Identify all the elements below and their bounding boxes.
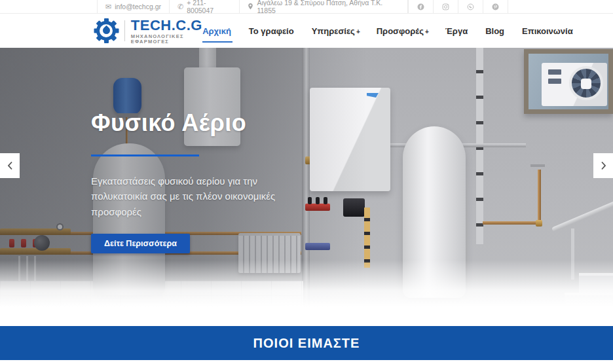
topbar-social-group [408,0,508,13]
vent-slot-graphic [548,79,561,84]
viber-icon[interactable] [458,0,483,13]
main-nav: Αρχική Το γραφείο Υπηρεσίες+ Προσφορές+ … [202,22,574,40]
nav-item-office[interactable]: Το γραφείο [249,22,295,40]
see-more-button[interactable]: Δείτε Περισσότερα [91,234,190,253]
site-header: TECH.C.G ΜΗΧΑΝΟΛΟΓΙΚΕΣ ΕΦΑΡΜΟΓΕΣ Αρχική … [0,14,613,48]
logo-divider [124,20,125,41]
pinterest-icon[interactable] [483,0,508,13]
chevron-left-icon [7,161,13,170]
nav-item-contact[interactable]: Επικοινωνία [522,22,574,40]
logo-text: TECH.C.G ΜΗΧΑΝΟΛΟΓΙΚΕΣ ΕΦΑΡΜΟΓΕΣ [131,18,202,45]
who-we-are-band: ΠΟΙΟΙ ΕΙΜΑΣΤΕ [0,326,613,360]
instagram-icon[interactable] [433,0,458,13]
horizontal-copper-pipe-graphic [483,221,541,225]
section-gap [0,311,613,326]
email-icon: ✉ [105,3,111,10]
heat-pump-unit-graphic [542,63,607,106]
vertical-copper-pipe-graphic [538,170,541,225]
slide-title: Φυσικό Αέριο [91,109,301,137]
topbar-contact-group: ✉ info@techcg.gr ✆ + 211-8005047 Αιγάλεω… [97,0,408,13]
fan-hub-graphic [581,79,591,89]
facebook-icon[interactable] [408,0,433,13]
slider-prev-button[interactable] [0,153,20,178]
address-text: Αιγάλεω 19 & Σπύρου Πάτση, Αθήνα Τ.Κ. 11… [257,0,399,14]
title-underline [91,155,199,156]
logo[interactable]: TECH.C.G ΜΗΧΑΝΟΛΟΓΙΚΕΣ ΕΦΑΡΜΟΓΕΣ [94,18,202,45]
nav-item-projects[interactable]: Έργα [445,22,469,40]
nav-item-offers[interactable]: Προσφορές+ [377,22,429,40]
nav-item-services[interactable]: Υπηρεσίες+ [312,22,360,40]
gear-drop-logo-icon [94,18,119,43]
brass-elbow-graphic [536,220,542,227]
phone-icon: ✆ [177,3,183,10]
hero-slider: Φυσικό Αέριο Εγκαταστάσεις φυσικού αερίο… [0,48,613,311]
vent-slot-graphic [548,69,561,75]
hero-bottom-fade [0,260,613,311]
topbar-email[interactable]: ✉ info@techcg.gr [97,0,169,13]
tap-graphic [530,164,545,167]
nav-item-blog[interactable]: Blog [485,22,506,40]
nav-item-home[interactable]: Αρχική [202,22,232,40]
phone-text: + 211-8005047 [187,0,231,14]
section-title: ΠΟΙΟΙ ΕΙΜΑΣΤΕ [253,336,360,351]
page: ✉ info@techcg.gr ✆ + 211-8005047 Αιγάλεω… [0,0,613,364]
slider-next-button[interactable] [593,153,613,178]
location-pin-icon [248,3,253,10]
logo-title: TECH.C.G [131,18,202,33]
topbar-phone[interactable]: ✆ + 211-8005047 [169,0,239,13]
chevron-right-icon [601,161,606,170]
logo-subtitle: ΜΗΧΑΝΟΛΟΓΙΚΕΣ ΕΦΑΡΜΟΓΕΣ [131,34,202,45]
topbar-address: Αιγάλεω 19 & Σπύρου Πάτση, Αθήνα Τ.Κ. 11… [239,0,408,13]
window-graphic [524,49,613,114]
slide-description: Εγκαταστάσεις φυσικού αερίου για την πολ… [91,173,288,219]
email-text: info@techcg.gr [115,3,161,10]
topbar: ✉ info@techcg.gr ✆ + 211-8005047 Αιγάλεω… [0,0,613,14]
hero-copy: Φυσικό Αέριο Εγκαταστάσεις φυσικού αερίο… [91,109,301,253]
